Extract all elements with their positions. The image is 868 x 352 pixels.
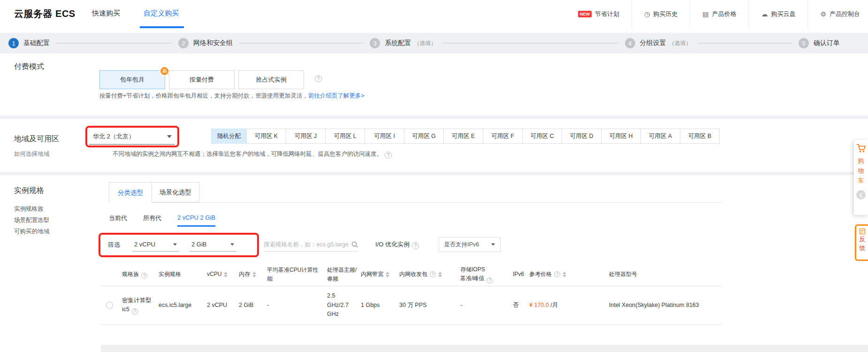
sort-icon[interactable]	[438, 272, 442, 277]
tab-quick-buy[interactable]: 快速购买	[92, 9, 120, 18]
cell-frequency: 2.5 GHz/2.7 GHz	[327, 291, 361, 319]
shopping-cart-widget[interactable]: 购 物 车 ❮	[854, 140, 868, 215]
family-help-icon[interactable]: ?	[141, 273, 147, 279]
zone-d[interactable]: 可用区 D	[562, 129, 602, 144]
zone-i[interactable]: 可用区 I	[365, 129, 404, 144]
step-label: 确认订单	[814, 39, 840, 47]
payment-more-link[interactable]: 前往介绍页了解更多>	[308, 92, 365, 99]
nav-label: 节省计划	[595, 10, 619, 18]
nav-label: 购买历史	[653, 10, 678, 18]
zone-k[interactable]: 可用区 K	[246, 129, 286, 144]
cloud-disk-icon: ☁	[761, 10, 768, 18]
cell-memory: 2 GiB	[239, 301, 267, 310]
payment-option-subscription[interactable]: 包年包月 惠	[99, 70, 165, 89]
payment-help-icon[interactable]: ?	[315, 75, 322, 82]
memory-filter-value: 2 GiB	[191, 241, 207, 248]
spec-section-label: 实例规格	[14, 186, 44, 196]
price-help-icon[interactable]: ?	[554, 271, 560, 277]
step-basic-config: 1 基础配置	[8, 38, 50, 48]
payment-option-spot[interactable]: 抢占式实例	[238, 70, 304, 89]
gen-tab-2vcpu-2gib[interactable]: 2 vCPU 2 GiB	[177, 214, 215, 227]
cell-cpu-model: Intel Xeon(Skylake) Platinum 8163	[609, 301, 722, 310]
section-divider	[0, 115, 868, 119]
sort-icon[interactable]	[224, 272, 228, 277]
nav-purchase-history[interactable]: ◷ 购买历史	[632, 0, 690, 28]
zone-random[interactable]: 随机分配	[211, 129, 247, 144]
spec-tab-category[interactable]: 分类选型	[109, 182, 152, 203]
link-scenario-selection[interactable]: 场景配置选型	[14, 216, 49, 224]
iops-help-icon[interactable]: ?	[487, 277, 493, 283]
zone-l[interactable]: 可用区 L	[325, 129, 365, 144]
io-help-icon[interactable]: ?	[412, 242, 419, 249]
page-title: 云服务器 ECS	[14, 8, 76, 20]
step-number: 5	[799, 38, 809, 48]
ipv6-filter-value: 是否支持IPv6	[444, 241, 479, 249]
gen-tab-current[interactable]: 当前代	[109, 214, 127, 227]
zone-buttons: 随机分配 可用区 K 可用区 J 可用区 L 可用区 I 可用区 G 可用区 E…	[211, 129, 720, 144]
pps-help-icon[interactable]: ?	[430, 271, 436, 277]
zone-g[interactable]: 可用区 G	[404, 129, 444, 144]
col-label: 平均基准CPU计算性能	[267, 266, 322, 283]
cell-baseline: -	[267, 301, 327, 310]
zone-b[interactable]: 可用区 B	[680, 129, 720, 144]
row-radio[interactable]	[106, 302, 113, 309]
cell-price: ¥ 170.0 /月	[529, 301, 609, 310]
vcpu-filter-value: 2 vCPU	[134, 241, 155, 248]
cell-ipv6: 否	[513, 301, 529, 310]
ecs-purchase-page: 云服务器 ECS 快速购买 自定义购买 NEW 节省计划 ◷ 购买历史 ▤ 产品…	[0, 0, 868, 352]
sort-icon[interactable]	[563, 272, 566, 277]
payment-option-pay-as-you-go[interactable]: 按量付费	[169, 70, 235, 89]
generation-tabs: 当前代 所有代 2 vCPU 2 GiB	[109, 214, 215, 227]
zone-f[interactable]: 可用区 F	[483, 129, 523, 144]
next-row-partial	[101, 345, 868, 352]
nav-product-price[interactable]: ▤ 产品价格	[690, 0, 748, 28]
region-select[interactable]: 华北 2（北京）	[89, 129, 175, 145]
how-to-choose-region-link[interactable]: 如何选择地域	[14, 150, 49, 158]
col-cpu-model: 处理器型号	[609, 270, 722, 279]
link-instance-families[interactable]: 实例规格族	[14, 205, 44, 213]
feedback-icon	[859, 228, 866, 235]
link-purchasable-regions[interactable]: 可购买的地域	[14, 228, 49, 236]
col-baseline-cpu: 平均基准CPU计算性能	[267, 266, 327, 283]
zone-j[interactable]: 可用区 J	[286, 129, 326, 144]
memory-filter-select[interactable]: 2 GiB	[190, 237, 236, 252]
sort-icon[interactable]	[386, 272, 389, 277]
search-icon[interactable]	[351, 241, 358, 248]
feedback-widget[interactable]: 反 馈	[855, 224, 868, 261]
ic5-help-icon[interactable]: ?	[132, 308, 138, 314]
clock-icon: ◷	[644, 10, 650, 18]
ipv6-filter-select[interactable]: 是否支持IPv6	[439, 237, 501, 252]
zone-h[interactable]: 可用区 H	[601, 129, 641, 144]
region-help-icon[interactable]: ?	[385, 152, 392, 159]
col-label: 规格族	[122, 271, 139, 277]
spec-search-input[interactable]	[264, 241, 351, 248]
cart-collapse-button[interactable]: ❮	[856, 190, 866, 199]
cell-family-text: 密集计算型 ic5?	[122, 296, 155, 314]
zone-e[interactable]: 可用区 E	[443, 129, 483, 144]
payment-description-text: 按量付费+节省计划，价格跟包年包月相近，支持分期付款，资源使用更加灵活，	[99, 92, 308, 99]
table-row-ic5[interactable]: 密集计算型 ic5? ecs.ic5.large 2 vCPU 2 GiB - …	[101, 286, 722, 325]
zone-c[interactable]: 可用区 C	[522, 129, 562, 144]
nav-product-console[interactable]: ⚙ 产品控制台	[807, 0, 868, 28]
col-instance: 实例规格	[159, 270, 207, 279]
tab-custom-buy[interactable]: 自定义购买	[144, 9, 179, 18]
step-connector	[698, 43, 792, 44]
col-iops: 存储IOPS 基准/峰值?	[460, 265, 513, 283]
nav-buy-disk[interactable]: ☁ 购买云盘	[748, 0, 807, 28]
col-label: 存储IOPS	[460, 265, 509, 274]
top-header: 云服务器 ECS 快速购买 自定义购买 NEW 节省计划 ◷ 购买历史 ▤ 产品…	[0, 0, 868, 28]
feedback-char: 反	[859, 235, 865, 244]
vcpu-filter-select[interactable]: 2 vCPU	[132, 237, 179, 252]
chevron-down-icon	[230, 243, 234, 245]
price-value: ¥ 170.0	[529, 302, 549, 308]
io-optimized-label: I/O 优化实例?	[375, 240, 419, 249]
spec-tab-scenario[interactable]: 场景化选型	[152, 182, 199, 202]
zone-a[interactable]: 可用区 A	[640, 129, 680, 144]
nav-savings-plan[interactable]: NEW 节省计划	[566, 0, 632, 28]
sort-icon[interactable]	[252, 272, 256, 277]
col-label: 处理器型号	[609, 271, 637, 277]
steps-bar: 1 基础配置 2 网络和安全组 3 系统配置 （选填） 4 分组设置 （选填） …	[0, 33, 868, 54]
feedback-char: 馈	[859, 244, 865, 253]
gen-tab-all[interactable]: 所有代	[143, 214, 161, 227]
step-network: 2 网络和安全组	[178, 38, 233, 48]
